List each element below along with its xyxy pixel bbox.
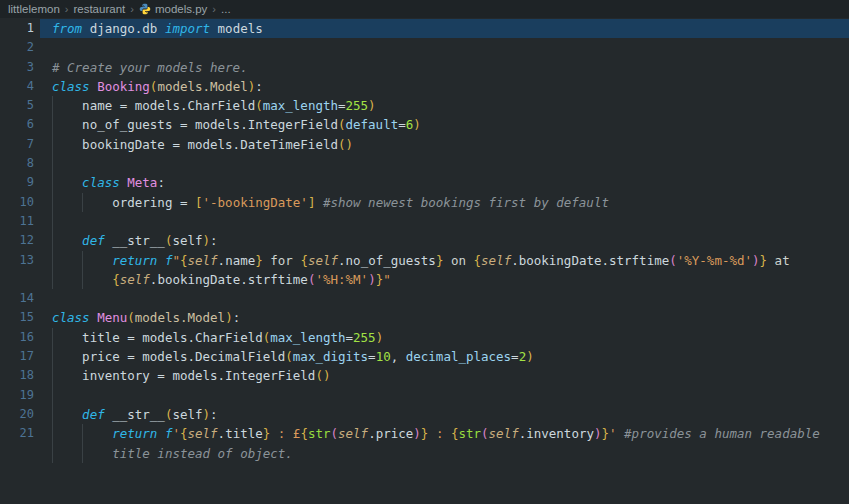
code-line-content bbox=[34, 212, 849, 231]
code-token bbox=[52, 175, 82, 190]
code-token: .no_of_guests bbox=[338, 253, 436, 268]
code-line-wrapped[interactable]: title instead of object. bbox=[0, 444, 849, 463]
line-number[interactable]: 14 bbox=[0, 289, 34, 308]
code-line[interactable]: 6 no_of_guests = models.IntegerField(def… bbox=[0, 115, 849, 134]
code-line[interactable]: 14 bbox=[0, 289, 849, 308]
code-line[interactable]: 21 return f'{self.title} : £{str(self.pr… bbox=[0, 424, 849, 443]
line-number[interactable]: 7 bbox=[0, 135, 34, 154]
code-token: { bbox=[300, 426, 308, 441]
line-number[interactable]: 19 bbox=[0, 386, 34, 405]
code-line-content: no_of_guests = models.IntegerField(defau… bbox=[34, 115, 849, 134]
breadcrumb-item-models-py[interactable]: models.py bbox=[139, 3, 207, 15]
code-line[interactable]: 2 bbox=[0, 38, 849, 57]
code-token: { bbox=[180, 253, 188, 268]
line-number[interactable]: 20 bbox=[0, 405, 34, 424]
code-token: ( bbox=[331, 426, 339, 441]
breadcrumb-symbol-ellipsis[interactable]: ... bbox=[221, 3, 231, 15]
code-line[interactable]: 16 title = models.CharField(max_length=2… bbox=[0, 328, 849, 347]
line-number[interactable]: 13 bbox=[0, 251, 34, 270]
code-line-content: inventory = models.IntegerField() bbox=[34, 366, 849, 385]
code-line[interactable]: 20 def __str__(self): bbox=[0, 405, 849, 424]
code-line[interactable]: 17 price = models.DecimalField(max_digit… bbox=[0, 347, 849, 366]
line-number[interactable]: 18 bbox=[0, 366, 34, 385]
code-token: : bbox=[428, 426, 451, 441]
code-token: max_length bbox=[270, 330, 345, 345]
code-token: { bbox=[474, 253, 482, 268]
code-line[interactable]: 8 bbox=[0, 154, 849, 173]
code-token: no_of_guests = models.IntegerField bbox=[52, 117, 338, 132]
breadcrumb-item-littlelemon[interactable]: littlelemon bbox=[8, 3, 60, 15]
code-line[interactable]: 15class Menu(models.Model): bbox=[0, 308, 849, 327]
line-number[interactable]: 3 bbox=[0, 58, 34, 77]
code-token: .bookingDate.strftime bbox=[150, 272, 308, 287]
code-line[interactable]: 19 bbox=[0, 386, 849, 405]
code-editor[interactable]: 1from django.db import models23# Create … bbox=[0, 18, 849, 504]
line-number[interactable]: 21 bbox=[0, 424, 34, 443]
code-line[interactable]: 10 ordering = ['-bookingDate'] #show new… bbox=[0, 193, 849, 212]
code-token: '%Y-%m-%d' bbox=[677, 253, 752, 268]
code-token bbox=[52, 233, 82, 248]
code-token: models.Model bbox=[135, 310, 225, 325]
code-token: 10 bbox=[376, 349, 391, 364]
code-line[interactable]: 11 bbox=[0, 212, 849, 231]
code-line[interactable]: 18 inventory = models.IntegerField() bbox=[0, 366, 849, 385]
line-number[interactable] bbox=[0, 270, 34, 289]
code-token: " bbox=[172, 253, 180, 268]
line-number[interactable]: 17 bbox=[0, 347, 34, 366]
code-line-wrapped[interactable]: {self.bookingDate.strftime('%H:%M')}" bbox=[0, 270, 849, 289]
line-number[interactable]: 12 bbox=[0, 231, 34, 250]
code-token: = bbox=[398, 117, 406, 132]
code-line[interactable]: 13 return f"{self.name} for {self.no_of_… bbox=[0, 251, 849, 270]
indent-guide bbox=[52, 173, 53, 192]
code-token: for bbox=[263, 253, 301, 268]
line-number[interactable]: 15 bbox=[0, 308, 34, 327]
code-line[interactable]: 3# Create your models here. bbox=[0, 58, 849, 77]
code-line[interactable]: 7 bookingDate = models.DateTimeField() bbox=[0, 135, 849, 154]
code-token: = bbox=[338, 98, 346, 113]
code-line-content: return f'{self.title} : £{str(self.price… bbox=[34, 424, 849, 443]
code-token: : bbox=[210, 407, 218, 422]
code-line[interactable]: 1from django.db import models bbox=[0, 19, 849, 38]
code-line-content: def __str__(self): bbox=[34, 231, 849, 250]
code-line-content: bookingDate = models.DateTimeField() bbox=[34, 135, 849, 154]
code-token: } bbox=[760, 253, 768, 268]
code-token: class bbox=[52, 79, 90, 94]
code-token: #show newest bookings first by default bbox=[323, 195, 609, 210]
code-token: " bbox=[383, 272, 391, 287]
code-line[interactable]: 4class Booking(models.Model): bbox=[0, 77, 849, 96]
code-token: self bbox=[188, 426, 218, 441]
code-token: ( bbox=[285, 349, 293, 364]
code-token: #provides a human readable bbox=[624, 426, 820, 441]
code-line-content: ordering = ['-bookingDate'] #show newest… bbox=[34, 193, 849, 212]
code-token: Menu bbox=[97, 310, 127, 325]
code-token: import bbox=[165, 21, 210, 36]
code-token: = bbox=[511, 349, 519, 364]
indent-guide bbox=[52, 212, 53, 231]
code-line[interactable]: 9 class Meta: bbox=[0, 173, 849, 192]
code-token: self bbox=[172, 407, 202, 422]
code-token: 255 bbox=[346, 98, 369, 113]
code-token: models bbox=[210, 21, 263, 36]
line-number[interactable]: 1 bbox=[0, 19, 34, 38]
code-line-content: title instead of object. bbox=[34, 444, 849, 463]
code-token: .bookingDate.strftime bbox=[511, 253, 669, 268]
indent-guide bbox=[52, 154, 53, 173]
line-number[interactable]: 4 bbox=[0, 77, 34, 96]
line-number[interactable]: 16 bbox=[0, 328, 34, 347]
indent-guide bbox=[82, 444, 83, 463]
line-number[interactable]: 6 bbox=[0, 115, 34, 134]
breadcrumb-item-restaurant[interactable]: restaurant bbox=[73, 3, 125, 15]
indent-guide bbox=[52, 328, 53, 347]
code-token: ) bbox=[526, 349, 534, 364]
line-number[interactable]: 5 bbox=[0, 96, 34, 115]
line-number[interactable] bbox=[0, 444, 34, 463]
code-token: .title bbox=[218, 426, 263, 441]
line-number[interactable]: 8 bbox=[0, 154, 34, 173]
line-number[interactable]: 2 bbox=[0, 38, 34, 57]
code-line[interactable]: 5 name = models.CharField(max_length=255… bbox=[0, 96, 849, 115]
line-number[interactable]: 11 bbox=[0, 212, 34, 231]
code-line[interactable]: 12 def __str__(self): bbox=[0, 231, 849, 250]
code-token: = bbox=[368, 349, 376, 364]
line-number[interactable]: 9 bbox=[0, 173, 34, 192]
line-number[interactable]: 10 bbox=[0, 193, 34, 212]
